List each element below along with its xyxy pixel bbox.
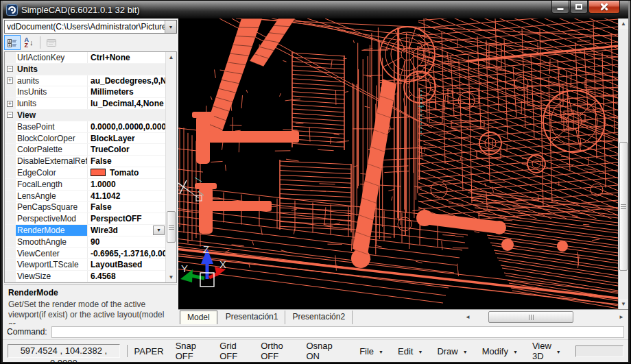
property-row[interactable]: +aunitsau_Decdegrees,0,No <box>5 75 165 87</box>
property-value[interactable]: au_Decdegrees,0,No <box>87 75 165 86</box>
toggle-snap[interactable]: Snap OFF <box>176 341 209 361</box>
property-row-edgecolor[interactable]: EdgeColorTomato <box>5 167 165 179</box>
toggle-paper[interactable]: PAPER <box>134 346 164 356</box>
property-row[interactable]: +lunitslu_Decimal,4,None <box>5 98 165 110</box>
property-row[interactable]: ViewportLTScaleLayoutBased <box>5 259 165 271</box>
hscroll-track[interactable] <box>473 311 616 323</box>
property-value[interactable]: 6.4568 <box>87 271 165 282</box>
command-input[interactable] <box>51 326 624 338</box>
document-selector[interactable]: vdDocument(C:\Users\Administrator\Pictur… <box>4 20 177 34</box>
alphabetical-button[interactable]: AZ ↓ <box>21 35 37 50</box>
categorized-button[interactable] <box>4 35 21 50</box>
menu-modify[interactable]: Modify▼ <box>482 341 518 361</box>
property-name[interactable]: ViewSize <box>16 271 87 282</box>
property-pages-button[interactable] <box>43 35 60 50</box>
scroll-up-button[interactable]: ▲ <box>166 52 176 62</box>
property-value[interactable]: False <box>87 202 165 213</box>
property-value[interactable]: Wire3d▼ <box>87 225 165 236</box>
property-name[interactable]: LensAngle <box>16 191 87 202</box>
property-name[interactable]: BasePoint <box>16 121 87 132</box>
property-name[interactable]: PenCapsSquare <box>16 202 87 213</box>
property-row[interactable]: PenCapsSquareFalse <box>5 202 165 213</box>
scroll-left-button[interactable]: ◄ <box>462 311 473 323</box>
wireframe-canvas[interactable]: ZXY <box>178 19 618 309</box>
collapse-toggle[interactable]: − <box>7 112 13 118</box>
property-name[interactable]: EdgeColor <box>16 167 87 178</box>
property-row[interactable]: LensAngle41.1042 <box>5 191 165 202</box>
category-row[interactable]: −Units <box>5 64 165 75</box>
toggle-ortho[interactable]: Ortho OFF <box>261 341 294 361</box>
expand-toggle[interactable]: + <box>7 77 13 84</box>
menu-view3d[interactable]: View 3D▼ <box>532 341 561 361</box>
property-value[interactable]: 1.0000 <box>87 179 165 190</box>
canvas-hscrollbar[interactable]: ◄ ► <box>462 311 627 323</box>
property-value[interactable]: Millimeters <box>87 86 165 97</box>
property-name[interactable]: FocalLength <box>16 179 87 190</box>
close-button[interactable] <box>588 1 620 14</box>
property-row[interactable]: UrlActionKeyCtrl+None <box>5 52 165 64</box>
property-name-selected[interactable]: RenderMode <box>16 225 87 236</box>
property-value[interactable]: PerspectOFF <box>87 213 165 224</box>
maximize-button[interactable] <box>570 1 588 14</box>
scroll-right-button[interactable]: ► <box>616 311 627 323</box>
canvas-scroll-thumb[interactable] <box>619 142 628 271</box>
property-name[interactable]: UrlActionKey <box>16 52 87 63</box>
menu-draw[interactable]: Draw▼ <box>437 341 467 361</box>
property-row[interactable]: InsUnitsMillimeters <box>5 86 165 98</box>
property-name[interactable]: DisableExternalRefe <box>16 156 87 167</box>
property-row-rendermode[interactable]: RenderModeWire3d▼ <box>5 225 165 236</box>
property-value[interactable]: Tomato <box>87 167 165 178</box>
toggle-osnap[interactable]: Osnap ON <box>306 341 340 361</box>
property-name[interactable]: PerspectiveMod <box>16 213 87 224</box>
property-name[interactable]: SmoothAngle <box>16 236 87 247</box>
menu-edit[interactable]: Edit▼ <box>398 341 422 361</box>
property-row[interactable]: ViewCenter-0.6965,-1.3716,0.00 <box>5 248 165 260</box>
property-value[interactable]: 41.1042 <box>87 191 165 202</box>
property-name[interactable]: lunits <box>16 98 87 109</box>
property-name[interactable]: aunits <box>16 75 87 86</box>
grid-scrollbar[interactable]: ▲ ▼ <box>165 52 176 282</box>
toggle-grid[interactable]: Grid OFF <box>219 341 249 361</box>
property-row[interactable]: FocalLength1.0000 <box>5 179 165 191</box>
property-row[interactable]: BasePoint0.0000,0.0000,0.000 <box>5 121 165 133</box>
property-row[interactable]: DisableExternalRefeFalse <box>5 156 165 167</box>
canvas-scroll-up[interactable]: ▲ <box>619 19 628 29</box>
property-value[interactable]: LayoutBased <box>87 259 165 270</box>
category-row[interactable]: −View <box>5 110 165 121</box>
menu-file[interactable]: File▼ <box>359 341 383 361</box>
tab-presentacion2[interactable]: Presentación2 <box>285 311 353 324</box>
combo-dropdown-button[interactable]: ▼ <box>165 21 176 33</box>
property-row[interactable]: PerspectiveModPerspectOFF <box>5 213 165 225</box>
canvas-scroll-down[interactable]: ▼ <box>619 299 628 309</box>
property-value[interactable]: Ctrl+None <box>87 52 165 63</box>
property-name[interactable]: ViewportLTScale <box>16 259 87 270</box>
hscroll-thumb[interactable] <box>488 311 573 323</box>
scroll-down-button[interactable]: ▼ <box>166 272 176 282</box>
property-row[interactable]: BlockColorOperBlockLayer <box>5 133 165 145</box>
property-value[interactable]: 0.0000,0.0000,0.000 <box>87 121 165 132</box>
property-value[interactable]: 90 <box>87 236 165 247</box>
tab-presentacion1[interactable]: Presentación1 <box>219 311 286 324</box>
property-value[interactable]: BlockLayer <box>87 133 165 144</box>
property-row[interactable]: SmoothAngle90 <box>5 236 165 248</box>
tab-model[interactable]: Model <box>180 311 217 324</box>
value-dropdown-button[interactable]: ▼ <box>153 226 165 235</box>
canvas-vscrollbar[interactable]: ▲ ▼ <box>618 19 628 309</box>
property-name[interactable]: BlockColorOper <box>16 133 87 144</box>
property-name[interactable]: ViewCenter <box>16 248 87 259</box>
property-value[interactable]: False <box>87 156 165 167</box>
property-row[interactable]: ViewSize6.4568 <box>5 271 165 282</box>
chevron-down-icon: ▼ <box>169 25 174 29</box>
property-value[interactable]: lu_Decimal,4,None <box>87 98 165 109</box>
property-name[interactable]: ColorPalette <box>16 144 87 155</box>
minimize-button[interactable] <box>551 1 569 14</box>
property-value[interactable]: -0.6965,-1.3716,0.00 <box>87 248 165 259</box>
property-row[interactable]: ColorPaletteTrueColor <box>5 144 165 156</box>
property-name[interactable]: InsUnits <box>16 86 87 97</box>
expand-toggle[interactable]: + <box>7 101 13 107</box>
collapse-toggle[interactable]: − <box>7 66 13 72</box>
title-bar[interactable]: SimpleCAD(6.6021.0.1 32 bit) <box>3 1 628 19</box>
property-value[interactable]: TrueColor <box>87 144 165 155</box>
drawing-viewport[interactable]: ZXY ▲ ▼ <box>178 19 628 309</box>
grid-scroll-thumb[interactable] <box>167 211 176 243</box>
